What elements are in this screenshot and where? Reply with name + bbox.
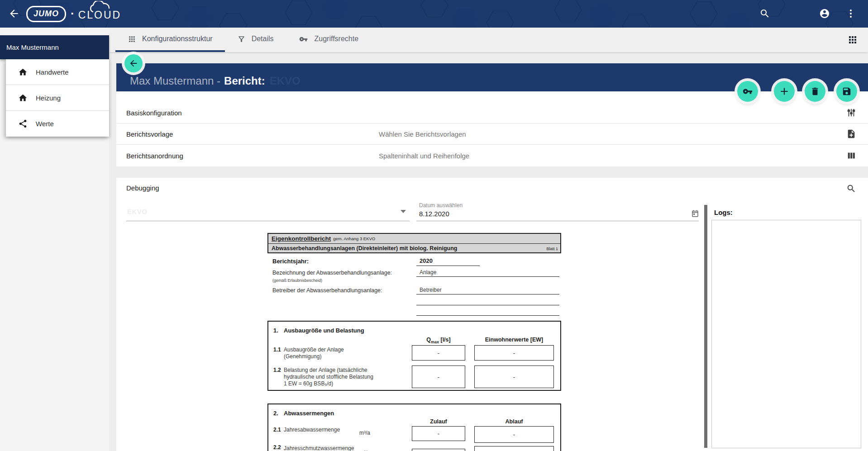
row-1-2-line2: hydraulische und stoffliche Belastung bbox=[284, 374, 373, 380]
row-value: Spalteninhalt und Reihenfolge bbox=[379, 152, 469, 159]
report-subtitle: Abwasserbehandlungsanlagen (Direkteinlei… bbox=[272, 245, 457, 252]
logs-label: Logs: bbox=[714, 209, 733, 216]
blank-underline-1 bbox=[416, 298, 559, 305]
row-2-1-zulauf-cell: - bbox=[412, 426, 465, 441]
row-2-2-zulauf-cell bbox=[412, 449, 465, 451]
report-scrollbar[interactable] bbox=[704, 205, 707, 448]
view-column-icon[interactable] bbox=[846, 151, 856, 161]
calendar-icon[interactable] bbox=[691, 209, 699, 218]
row-1-1-ew-cell: - bbox=[474, 345, 554, 361]
search-icon[interactable] bbox=[846, 184, 856, 194]
sidebar-items: Handwerte Heizung Werte bbox=[6, 59, 109, 137]
row-berichtsvorlage[interactable]: Berichtsvorlage Wählen Sie Berichtsvorla… bbox=[116, 123, 868, 145]
row-1-1-line1: Ausbaugröße der Anlage bbox=[284, 347, 344, 353]
sidebar-user-header: Max Mustermann bbox=[0, 35, 109, 59]
date-field-label: Datum auswählen bbox=[419, 202, 463, 209]
hex-pattern-decor bbox=[0, 0, 868, 28]
account-icon[interactable] bbox=[819, 8, 830, 19]
title-ghost-value: EKVO bbox=[270, 75, 300, 87]
table2-col2-header: Ablauf bbox=[474, 418, 554, 425]
page-title: Bericht: bbox=[224, 75, 265, 87]
row-1-1-qmax-cell: - bbox=[412, 345, 465, 361]
trash-icon bbox=[810, 86, 820, 96]
row-2-2-ablauf-cell bbox=[474, 446, 554, 451]
grid-dots-icon bbox=[128, 35, 136, 43]
row-1-2-line3: 1 EW = 60g BSB₅/d) bbox=[284, 380, 333, 387]
report-table-1: 1. Ausbaugröße und Belastung Qmax [l/s] … bbox=[267, 321, 561, 391]
year-underline bbox=[416, 258, 480, 266]
back-fab[interactable] bbox=[124, 54, 143, 72]
table2-title: Abwassermengen bbox=[284, 410, 334, 417]
home-icon bbox=[18, 93, 28, 103]
table2-number: 2. bbox=[273, 410, 278, 417]
report-title: Eigenkontrollbericht bbox=[272, 235, 331, 242]
save-fab[interactable] bbox=[836, 81, 857, 102]
row-1-2-number: 1.2 bbox=[273, 367, 281, 373]
title-prefix: Max Mustermann - bbox=[130, 75, 220, 87]
filter-icon bbox=[237, 35, 246, 43]
template-select[interactable]: EKVO bbox=[126, 178, 410, 221]
tab-label: Details bbox=[252, 35, 274, 43]
key-icon bbox=[743, 86, 753, 96]
row-1-1-number: 1.1 bbox=[273, 347, 281, 353]
row-1-2-line1: Belastung der Anlage (tatsächliche bbox=[284, 367, 367, 373]
access-rights-fab[interactable] bbox=[737, 81, 758, 102]
select-value-ghost: EKVO bbox=[127, 208, 148, 215]
add-fab[interactable] bbox=[774, 81, 795, 102]
plant-name-label: Bezeichnung der Abwasserbehandlungsanlag… bbox=[272, 270, 392, 276]
cloud-icon bbox=[89, 1, 122, 13]
year-label: Berichtsjahr: bbox=[272, 258, 309, 265]
cloud-wordmark: CLOUD bbox=[78, 6, 122, 21]
more-vert-icon[interactable] bbox=[845, 8, 856, 19]
sidebar-item-label: Werte bbox=[36, 120, 54, 128]
row-1-2-ew-cell: - bbox=[474, 366, 554, 388]
table1-number: 1. bbox=[273, 327, 278, 334]
brand-logo: JUMO · CLOUD bbox=[26, 0, 121, 28]
config-rows-panel: Basiskonfiguration Berichtsvorlage Wähle… bbox=[116, 91, 868, 166]
report-title-note: gem. Anhang 3 EKVO bbox=[333, 236, 375, 241]
report-sheet-number: Blatt 1 bbox=[546, 247, 558, 251]
row-2-1-ablauf-cell: - bbox=[474, 426, 554, 443]
tab-bar: Konfigurationsstruktur Details Zugriffsr… bbox=[109, 28, 868, 52]
plus-icon bbox=[778, 85, 790, 97]
row-2-1-label: Jahresabwassermenge bbox=[284, 427, 340, 433]
sidebar-item-label: Heizung bbox=[36, 94, 61, 102]
sidebar-item-heizung[interactable]: Heizung bbox=[6, 85, 109, 111]
share-icon bbox=[18, 119, 28, 128]
tab-label: Konfigurationsstruktur bbox=[142, 35, 213, 43]
row-label: Basiskonfiguration bbox=[126, 109, 182, 117]
report-table-2: 2. Abwassermengen Zulauf Ablauf 2.1 Jahr… bbox=[267, 404, 561, 451]
blank-underline-2 bbox=[416, 308, 559, 316]
apps-grid-icon[interactable] bbox=[847, 34, 858, 45]
key-icon bbox=[298, 35, 309, 43]
chevron-down-icon[interactable] bbox=[400, 209, 406, 214]
home-icon bbox=[18, 67, 28, 77]
plant-name-underline bbox=[416, 269, 559, 277]
search-icon[interactable] bbox=[759, 8, 770, 19]
sidebar-item-handwerte[interactable]: Handwerte bbox=[6, 59, 109, 85]
note-add-icon[interactable] bbox=[846, 129, 856, 139]
row-berichtsanordnung[interactable]: Berichtsanordnung Spalteninhalt und Reih… bbox=[116, 145, 868, 166]
date-field-value[interactable]: 8.12.2020 bbox=[419, 210, 449, 218]
logs-output bbox=[711, 220, 861, 448]
sidebar-item-werte[interactable]: Werte bbox=[6, 111, 109, 137]
tab-zugriffsrechte[interactable]: Zugriffsrechte bbox=[286, 28, 371, 52]
operator-underline bbox=[416, 287, 559, 294]
save-icon bbox=[842, 86, 852, 96]
row-1-1-line2: (Genehmigung) bbox=[284, 353, 321, 360]
row-2-2-label: Jahresschmutzwassermenge bbox=[284, 445, 354, 451]
date-field[interactable]: Datum auswählen 8.12.2020 bbox=[416, 178, 699, 221]
row-basiskonfiguration[interactable]: Basiskonfiguration bbox=[116, 102, 868, 123]
delete-fab[interactable] bbox=[805, 81, 825, 102]
table1-col1-header: Qmax [l/s] bbox=[412, 337, 465, 344]
tune-icon[interactable] bbox=[846, 108, 856, 118]
tab-details[interactable]: Details bbox=[225, 28, 286, 52]
row-2-1-number: 2.1 bbox=[273, 427, 281, 433]
tab-konfigurationsstruktur[interactable]: Konfigurationsstruktur bbox=[115, 28, 225, 52]
back-arrow-icon[interactable] bbox=[8, 8, 20, 19]
report-header-box: Eigenkontrollbericht gem. Anhang 3 EKVO … bbox=[267, 233, 561, 253]
operator-label: Betreiber der Abwasserbehandlungsanlage: bbox=[272, 287, 382, 294]
row-1-2-qmax-cell: - bbox=[412, 366, 465, 388]
table1-title: Ausbaugröße und Belastung bbox=[284, 327, 364, 334]
sidebar: Max Mustermann Handwerte Heizung Werte bbox=[0, 28, 109, 451]
